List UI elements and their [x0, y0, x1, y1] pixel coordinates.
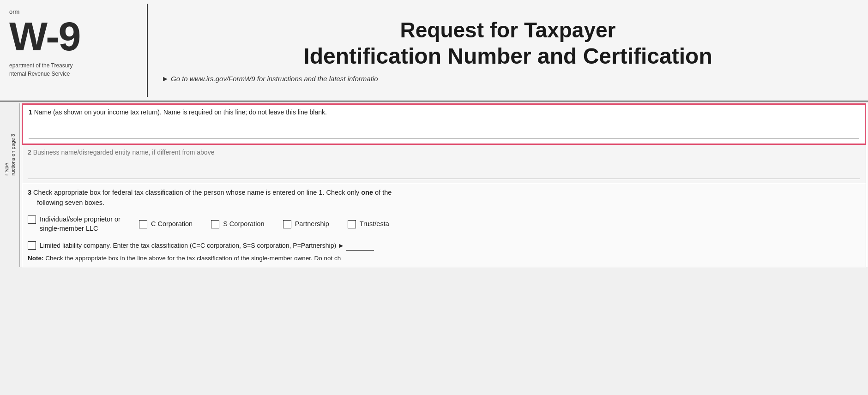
field-3-number: 3	[28, 189, 31, 196]
note-label: Note:	[28, 255, 44, 262]
checkbox-c-corp-label: C Corporation	[151, 219, 193, 228]
checkbox-c-corp-box[interactable]	[139, 220, 147, 228]
field-3-text-end: of the	[373, 189, 392, 196]
form-title-line1: Request for Taxpayer	[162, 18, 854, 43]
checkbox-individual-label: Individual/sole proprietor orsingle-memb…	[40, 215, 121, 233]
checkbox-individual: Individual/sole proprietor orsingle-memb…	[28, 215, 121, 233]
form-header: orm W-9 epartment of the Treasury nterna…	[0, 0, 868, 102]
note-row: Note: Check the appropriate box in the l…	[28, 254, 860, 263]
checkbox-s-corp-label: S Corporation	[223, 219, 264, 228]
field-2-number: 2	[28, 149, 31, 156]
field-3-tax-classification: 3 Check appropriate box for federal tax …	[22, 183, 866, 267]
sidebar-line1: r type.	[4, 162, 9, 176]
sidebar-label: r type. ructions on page 3	[3, 134, 17, 176]
checkbox-partnership-box[interactable]	[283, 220, 291, 228]
form-container: orm W-9 epartment of the Treasury nterna…	[0, 0, 868, 395]
field-2-business: 2 Business name/disregarded entity name,…	[22, 145, 866, 183]
arrow-icon: ►	[162, 75, 169, 83]
form-body: 1 Name (as shown on your income tax retu…	[19, 103, 868, 267]
checkboxes-row: Individual/sole proprietor orsingle-memb…	[28, 215, 860, 233]
checkbox-individual-box[interactable]	[28, 215, 36, 224]
checkbox-llc-box[interactable]	[28, 241, 36, 250]
field-1-name: 1 Name (as shown on your income tax retu…	[22, 103, 866, 145]
llc-label: Limited liability company. Enter the tax…	[40, 240, 374, 251]
field-1-text: Name (as shown on your income tax return…	[34, 108, 327, 116]
field-3-text-bold: one	[361, 189, 373, 196]
dept-line2: nternal Revenue Service	[9, 70, 138, 78]
field-1-number: 1	[29, 108, 32, 116]
field-2-text: Business name/disregarded entity name, i…	[33, 149, 215, 156]
llc-row: Limited liability company. Enter the tax…	[28, 240, 860, 251]
field-1-input[interactable]	[29, 120, 859, 139]
field-1-label: 1 Name (as shown on your income tax retu…	[29, 108, 859, 116]
sidebar-line2: ructions on page 3	[10, 134, 16, 176]
dept-line1: epartment of the Treasury	[9, 61, 138, 70]
checkbox-partnership-label: Partnership	[295, 219, 329, 228]
checkbox-trust-label: Trust/esta	[360, 219, 389, 228]
header-right: Request for Taxpayer Identification Numb…	[148, 4, 868, 97]
field-2-label: 2 Business name/disregarded entity name,…	[28, 149, 860, 156]
field-3-text-following: following seven boxes.	[28, 199, 104, 206]
form-title-line2: Identification Number and Certification	[162, 43, 854, 70]
field-3-header: 3 Check appropriate box for federal tax …	[28, 188, 860, 208]
dept-info: epartment of the Treasury nternal Revenu…	[9, 61, 138, 78]
note-text: Check the appropriate box in the line ab…	[45, 255, 341, 262]
form-number: W-9	[9, 16, 138, 57]
checkbox-c-corp: C Corporation	[139, 219, 193, 228]
checkbox-partnership: Partnership	[283, 219, 329, 228]
sidebar: r type. ructions on page 3	[0, 125, 19, 392]
checkbox-trust-box[interactable]	[348, 220, 356, 228]
header-left: orm W-9 epartment of the Treasury nterna…	[0, 4, 148, 97]
irs-url: ► Go to www.irs.gov/FormW9 for instructi…	[162, 75, 854, 83]
field-3-text-start: Check appropriate box for federal tax cl…	[33, 189, 361, 196]
checkbox-s-corp: S Corporation	[211, 219, 264, 228]
field-2-input[interactable]	[28, 161, 860, 179]
llc-underline	[346, 240, 374, 251]
url-text: Go to www.irs.gov/FormW9 for instruction…	[171, 75, 378, 83]
checkbox-trust: Trust/esta	[348, 219, 389, 228]
checkbox-s-corp-box[interactable]	[211, 220, 219, 228]
